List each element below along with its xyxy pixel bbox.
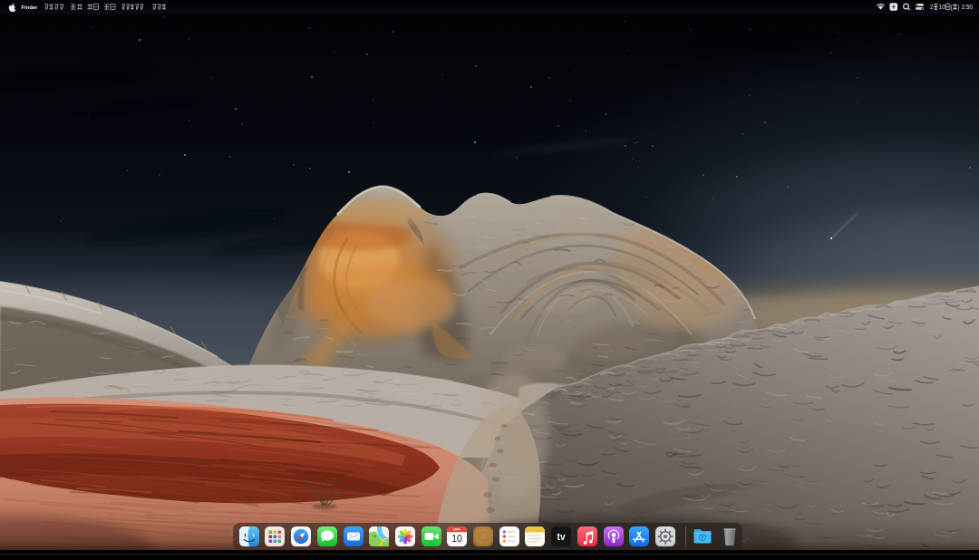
svg-text:10: 10 — [939, 4, 945, 11]
svg-text:2:50: 2:50 — [962, 4, 973, 11]
svg-text:(: ( — [951, 4, 954, 12]
svg-text:10: 10 — [451, 533, 462, 544]
svg-text:2: 2 — [930, 4, 934, 11]
svg-text:): ) — [957, 4, 959, 12]
svg-text:tv: tv — [557, 532, 566, 542]
